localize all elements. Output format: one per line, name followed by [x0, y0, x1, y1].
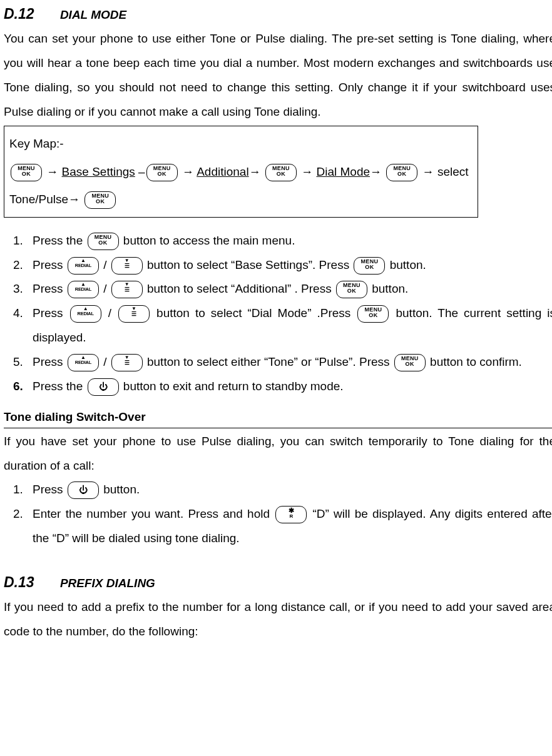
menu-ok-icon — [354, 257, 385, 275]
arrow-icon: → — [301, 165, 313, 178]
step-text: Enter the number you want. Press and hol… — [33, 507, 274, 520]
step-text: Press the — [33, 234, 86, 247]
up-redial-icon — [70, 305, 101, 323]
list-item: Press / button to select “Additional” . … — [26, 277, 552, 301]
keymap-label: Key Map:- — [9, 130, 473, 158]
arrow-icon: → — [46, 165, 58, 178]
tone-switch-over-heading: Tone dialing Switch-Over — [4, 408, 552, 428]
step-text: button to select “Base Settings”. Press — [144, 258, 353, 271]
star-r-icon — [275, 506, 307, 523]
section-title: PREFIX DIALING — [60, 577, 155, 590]
power-icon — [68, 481, 99, 499]
step-text: Press — [33, 282, 66, 295]
step-text: button. — [100, 483, 140, 496]
menu-ok-icon — [11, 164, 42, 181]
step-text: Press the — [33, 380, 86, 393]
tone-step-list: Press button. Enter the number you want.… — [4, 478, 552, 551]
list-item: Enter the number you want. Press and hol… — [26, 502, 552, 551]
arrow-icon: → — [68, 193, 80, 206]
step-text: Press — [33, 483, 66, 496]
step-text: button. — [369, 282, 408, 295]
down-list-icon — [111, 354, 143, 371]
section-number: D.12 — [4, 6, 34, 22]
dash: – — [138, 165, 145, 178]
keymap-base-settings: Base Settings — [62, 165, 135, 178]
down-list-icon — [111, 281, 143, 298]
menu-ok-icon — [336, 281, 367, 298]
arrow-icon: → — [422, 165, 434, 178]
menu-ok-icon — [84, 191, 116, 209]
down-list-icon — [111, 257, 143, 275]
power-icon — [88, 378, 119, 396]
list-item: Press / button to select “Dial Mode” .Pr… — [26, 301, 552, 350]
step-text: button to select “Dial Mode” .Press — [151, 306, 356, 320]
up-redial-icon — [68, 257, 99, 275]
keymap-select-text: select — [437, 165, 469, 178]
up-redial-icon — [68, 281, 99, 298]
menu-ok-icon — [146, 164, 178, 181]
keymap-box: Key Map:- → Base Settings – → Additional… — [4, 126, 478, 218]
step-text: button to select either “Tone” or “Pulse… — [144, 355, 393, 368]
step-text: button to access the main menu. — [120, 234, 295, 247]
keymap-dial-mode: Dial Mode — [316, 165, 370, 178]
up-redial-icon — [68, 354, 99, 371]
down-list-icon — [118, 305, 150, 323]
menu-ok-icon — [386, 164, 417, 181]
keymap-additional: Additional — [197, 165, 248, 178]
d12-step-list: Press the button to access the main menu… — [4, 229, 552, 400]
arrow-icon: → — [182, 165, 194, 178]
step-text: Press — [33, 355, 66, 368]
arrow-icon: → — [370, 165, 382, 178]
tone-switch-over-intro: If you have set your phone to use Pulse … — [4, 430, 552, 478]
step-text: Press — [33, 258, 66, 271]
list-item: Press the button to exit and return to s… — [26, 375, 552, 399]
arrow-icon: → — [249, 165, 261, 178]
step-text: button to select “Additional” . Press — [144, 282, 335, 295]
d12-intro-paragraph: You can set your phone to use either Ton… — [4, 27, 552, 124]
step-text: button to exit and return to standby mod… — [120, 380, 344, 393]
step-text: button. — [386, 258, 426, 271]
menu-ok-icon — [265, 164, 297, 181]
step-text: button to confirm. — [427, 355, 522, 368]
keymap-tone-pulse: Tone/Pulse — [9, 193, 68, 206]
list-item: Press button. — [26, 478, 552, 502]
menu-ok-icon — [394, 354, 426, 371]
section-number: D.13 — [4, 574, 34, 590]
section-title: DIAL MODE — [60, 8, 126, 21]
menu-ok-icon — [357, 305, 389, 323]
step-text: Press — [33, 306, 69, 320]
list-item: Press / button to select “Base Settings”… — [26, 253, 552, 278]
list-item: Press the button to access the main menu… — [26, 229, 552, 253]
menu-ok-icon — [88, 233, 119, 250]
d13-intro-paragraph: If you need to add a prefix to the numbe… — [4, 595, 552, 644]
section-d13-heading: D.13 PREFIX DIALING — [4, 571, 552, 594]
section-d12-heading: D.12 DIAL MODE — [4, 3, 552, 26]
list-item: Press / button to select either “Tone” o… — [26, 350, 552, 375]
